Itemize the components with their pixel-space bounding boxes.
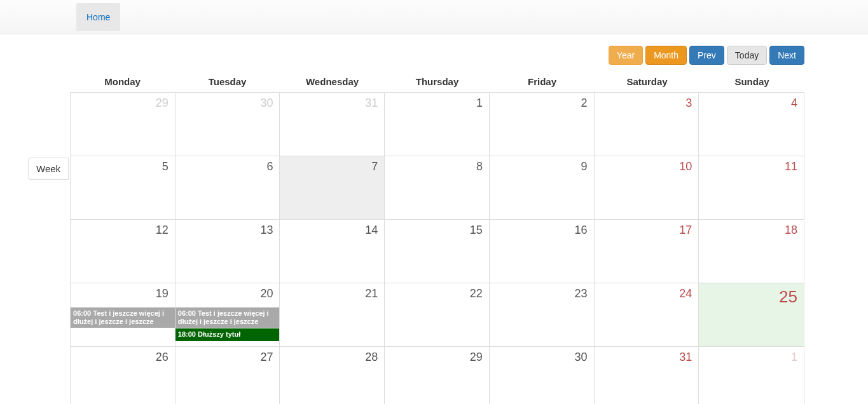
day-number: 13 [260, 224, 273, 237]
day-of-week-header: Monday [70, 72, 175, 92]
today-button[interactable]: Today [727, 46, 767, 65]
day-number: 8 [476, 160, 483, 173]
month-button[interactable]: Month [645, 46, 687, 65]
day-number: 24 [679, 287, 692, 300]
day-number: 12 [156, 224, 169, 237]
calendar-day[interactable]: 31 [595, 347, 699, 404]
calendar-event[interactable]: 06:00 Test i jeszcze więcej i dłużej i j… [176, 307, 280, 328]
prev-button[interactable]: Prev [689, 46, 724, 65]
calendar-week: 2627282930311 [71, 346, 804, 404]
day-number: 29 [156, 97, 169, 110]
day-of-week-header: Sunday [699, 72, 804, 92]
calendar-day[interactable]: 21 [280, 283, 385, 346]
day-number: 11 [785, 160, 797, 173]
day-of-week-header: Thursday [385, 72, 490, 92]
calendar-day[interactable]: 2006:00 Test i jeszcze więcej i dłużej i… [176, 283, 280, 346]
day-events: 06:00 Test i jeszcze więcej i dłużej i j… [176, 307, 280, 342]
day-number: 30 [260, 97, 273, 110]
calendar-day[interactable]: 30 [176, 93, 280, 156]
day-number: 2 [581, 97, 588, 110]
calendar-day[interactable]: 11 [699, 156, 804, 219]
navbar: Home [0, 0, 868, 34]
calendar-day[interactable]: 28 [280, 347, 385, 404]
calendar-day[interactable]: 4 [699, 93, 804, 156]
calendar-week: 12131415161718 [71, 219, 804, 283]
calendar-event[interactable]: 18:00 Dłuższy tytuł [176, 328, 280, 340]
calendar-day[interactable]: 26 [71, 347, 176, 404]
day-number: 3 [685, 97, 692, 110]
day-number: 20 [260, 287, 273, 300]
calendar-week: 2930311234 [71, 92, 804, 156]
next-button[interactable]: Next [769, 46, 804, 65]
day-number: 29 [470, 351, 483, 364]
calendar-day[interactable]: 15 [385, 220, 490, 283]
day-number: 31 [365, 97, 378, 110]
calendar-day[interactable]: 23 [490, 283, 595, 346]
calendar-day[interactable]: 1 [699, 347, 804, 404]
year-button[interactable]: Year [609, 46, 643, 65]
calendar-day[interactable]: 12 [71, 220, 176, 283]
calendar-day[interactable]: 25 [699, 283, 804, 346]
day-number: 28 [365, 351, 378, 364]
calendar-day[interactable]: 13 [176, 220, 280, 283]
day-number: 26 [156, 351, 169, 364]
day-of-week-header: Wednesday [280, 72, 385, 92]
calendar-week: 567891011 [71, 156, 804, 219]
day-of-week-header: Tuesday [175, 72, 280, 92]
day-number: 9 [581, 160, 588, 173]
calendar-day[interactable]: 1906:00 Test i jeszcze więcej i dłużej i… [71, 283, 176, 346]
day-number: 7 [371, 160, 378, 173]
day-number: 16 [575, 224, 588, 237]
day-number: 1 [476, 97, 483, 110]
day-of-week-header: Saturday [595, 72, 699, 92]
calendar: MondayTuesdayWednesdayThursdayFridaySatu… [70, 72, 804, 404]
calendar-toolbar: Year Month Prev Today Next [0, 46, 868, 72]
calendar-day[interactable]: 29 [71, 93, 176, 156]
calendar-day[interactable]: 8 [385, 156, 490, 219]
day-number: 4 [791, 97, 797, 110]
calendar-day[interactable]: 3 [595, 93, 699, 156]
day-number: 5 [162, 160, 169, 173]
calendar-day[interactable]: 2 [490, 93, 595, 156]
day-events: 06:00 Test i jeszcze więcej i dłużej i j… [71, 307, 175, 328]
day-number: 17 [679, 224, 692, 237]
calendar-day[interactable]: 16 [490, 220, 595, 283]
calendar-day[interactable]: 18 [699, 220, 804, 283]
calendar-day[interactable]: 29 [385, 347, 490, 404]
day-number: 18 [785, 224, 797, 237]
calendar-day[interactable]: 24 [595, 283, 699, 346]
calendar-day[interactable]: 1 [385, 93, 490, 156]
calendar-day[interactable]: 14 [280, 220, 385, 283]
day-of-week-row: MondayTuesdayWednesdayThursdayFridaySatu… [70, 72, 804, 92]
day-number: 19 [156, 287, 169, 300]
calendar-day[interactable]: 27 [176, 347, 280, 404]
content: Year Month Prev Today Next Week MondayTu… [0, 34, 868, 404]
calendar-day[interactable]: 7 [280, 156, 385, 219]
day-number: 30 [575, 351, 588, 364]
calendar-day[interactable]: 31 [280, 93, 385, 156]
calendar-event[interactable]: 06:00 Test i jeszcze więcej i dłużej i j… [71, 307, 175, 328]
calendar-day[interactable]: 30 [490, 347, 595, 404]
calendar-wrap: Week MondayTuesdayWednesdayThursdayFrida… [0, 72, 868, 404]
day-number: 6 [266, 160, 273, 173]
day-number: 10 [679, 160, 692, 173]
calendar-week: 1906:00 Test i jeszcze więcej i dłużej i… [71, 283, 804, 346]
day-number: 14 [365, 224, 378, 237]
day-number: 23 [575, 287, 588, 300]
week-tab[interactable]: Week [28, 158, 69, 180]
calendar-day[interactable]: 10 [595, 156, 699, 219]
day-number: 1 [791, 351, 797, 364]
calendar-day[interactable]: 6 [176, 156, 280, 219]
day-number: 25 [779, 287, 797, 307]
day-number: 31 [679, 351, 692, 364]
calendar-day[interactable]: 17 [595, 220, 699, 283]
calendar-day[interactable]: 9 [490, 156, 595, 219]
calendar-grid: 2930311234567891011121314151617181906:00… [70, 92, 804, 404]
day-number: 15 [470, 224, 483, 237]
day-number: 22 [470, 287, 483, 300]
nav-home[interactable]: Home [76, 3, 120, 31]
calendar-day[interactable]: 5 [71, 156, 176, 219]
day-number: 27 [260, 351, 273, 364]
day-number: 21 [365, 287, 378, 300]
calendar-day[interactable]: 22 [385, 283, 490, 346]
